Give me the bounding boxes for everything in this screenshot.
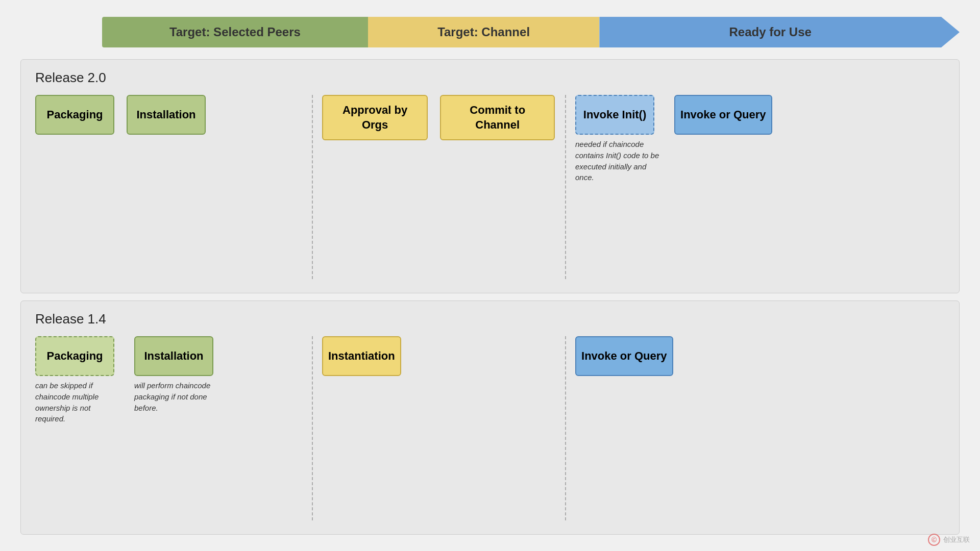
r14-instantiation-box: Instantiation [322,336,401,376]
r14-invokequery-box: Invoke or Query [575,336,673,376]
r14-packaging-wrapper: Packaging can be skipped if chaincode mu… [35,336,122,424]
release-14-title: Release 1.4 [35,311,959,327]
watermark-icon: © [928,534,940,546]
r20-commit-box: Commit to Channel [440,95,555,140]
r20-approval-wrapper: Approval by Orgs [322,95,428,140]
r20-invokequery-box: Invoke or Query [674,95,772,135]
vdivider-4 [565,336,566,520]
releases-container: Release 2.0 Packaging Installation [20,59,960,535]
r20-invokequery-label: Invoke or Query [680,108,766,122]
r14-packaging-box: Packaging [35,336,114,376]
r14-packaging-note: can be skipped if chaincode multiple own… [35,380,122,424]
r14-invokequery-label: Invoke or Query [581,349,667,364]
watermark-text: 创业互联 [943,535,970,544]
r14-installation-wrapper: Installation will perform chaincode pack… [134,336,221,413]
r20-commit-wrapper: Commit to Channel [440,95,555,140]
r20-invokequery-wrapper: Invoke or Query [674,95,772,135]
r20-invokeinit-box: Invoke Init() [575,95,654,135]
header-seg-green: Target: Selected Peers [102,17,368,47]
r20-installation-wrapper: Installation [127,95,206,135]
r20-commit-label: Commit to Channel [446,103,549,132]
header-seg-blue: Ready for Use [599,17,960,47]
r20-packaging-box: Packaging [35,95,114,135]
r14-installation-box: Installation [134,336,213,376]
r20-packaging-label: Packaging [46,108,103,122]
r20-approval-label: Approval by Orgs [328,103,422,132]
header-segments: Target: Selected Peers Target: Channel R… [102,17,960,47]
release-20-panel: Release 2.0 Packaging Installation [20,59,960,293]
release-20-content: Packaging Installation Approval by Orgs [21,95,959,279]
r14-col-peers: Packaging can be skipped if chaincode mu… [21,336,312,424]
r14-installation-label: Installation [144,349,203,364]
r20-packaging-wrapper: Packaging [35,95,114,135]
r20-invokeinit-label: Invoke Init() [583,108,646,122]
release-14-panel: Release 1.4 Packaging can be skipped if … [20,300,960,535]
vdivider-3 [312,336,313,520]
r14-packaging-label: Packaging [46,349,103,364]
r14-invokequery-wrapper: Invoke or Query [575,336,673,376]
watermark: © 创业互联 [928,534,970,546]
watermark-icon-text: © [932,536,937,544]
header-yellow-label: Target: Channel [437,25,530,39]
vdivider-2 [565,95,566,279]
r14-instantiation-wrapper: Instantiation [322,336,401,376]
main-layout: Target: Selected Peers Target: Channel R… [0,0,980,551]
r20-installation-label: Installation [136,108,195,122]
header-green-label: Target: Selected Peers [169,25,301,39]
r14-col-channel: Instantiation [312,336,565,376]
r20-invokeinit-note: needed if chaincode contains Init() code… [575,139,662,183]
release-20-title: Release 2.0 [35,70,959,86]
header-seg-yellow: Target: Channel [368,17,600,47]
r20-col-channel: Approval by Orgs Commit to Channel [312,95,565,140]
header-blue-label: Ready for Use [729,25,811,39]
r14-installation-note: will perform chaincode packaging if not … [134,380,221,413]
r14-instantiation-label: Instantiation [328,349,395,364]
r20-installation-box: Installation [127,95,206,135]
vdivider-1 [312,95,313,279]
r20-col-peers: Packaging Installation [21,95,312,135]
header-row: Target: Selected Peers Target: Channel R… [102,14,960,50]
r20-col-ready: Invoke Init() needed if chaincode contai… [565,95,959,183]
r14-col-ready: Invoke or Query [565,336,959,376]
r20-approval-box: Approval by Orgs [322,95,428,140]
release-14-content: Packaging can be skipped if chaincode mu… [21,336,959,520]
r20-invokeinit-wrapper: Invoke Init() needed if chaincode contai… [575,95,662,183]
